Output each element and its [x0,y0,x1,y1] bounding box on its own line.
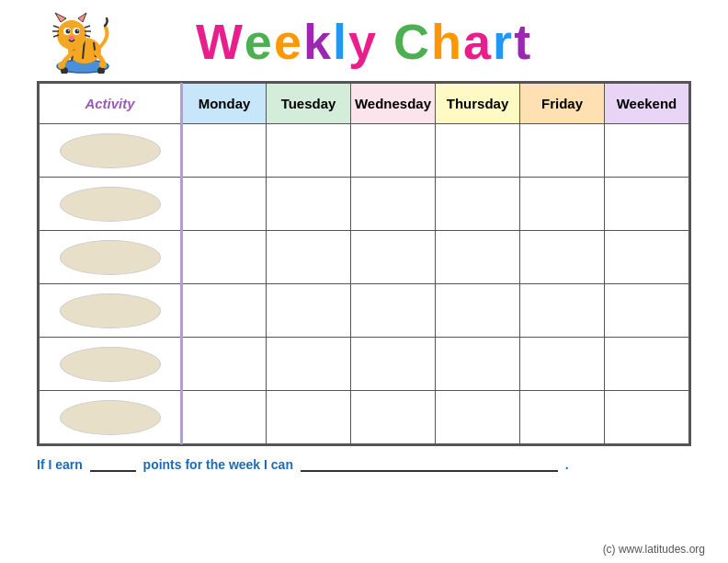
activity-cell-5 [40,338,182,391]
tuesday-cell-2 [267,178,351,231]
wednesday-cell-5 [351,338,436,391]
monday-cell-5 [182,338,267,391]
activity-cell-3 [40,231,182,284]
weekend-header: Weekend [605,84,689,124]
svg-line-15 [85,26,90,28]
tuesday-cell-4 [267,284,351,338]
monday-header: Monday [182,84,267,124]
activity-oval-3 [60,240,161,275]
footer-prefix: If I earn [37,457,83,472]
monday-cell-3 [182,231,267,284]
thursday-cell-5 [436,338,520,391]
table-row [40,338,689,391]
weekend-cell-4 [605,284,689,338]
tuesday-cell-6 [267,391,351,444]
tiger-mascot [37,9,119,74]
title-area: W e e k l y C h a r t [18,9,710,74]
weekend-cell-3 [605,231,689,284]
table-row [40,284,689,338]
monday-cell-6 [182,391,267,444]
thursday-cell-1 [436,124,520,178]
footer-period: . [565,457,569,472]
wednesday-cell-6 [351,391,436,444]
weekend-cell-2 [605,178,689,231]
thursday-cell-3 [436,231,520,284]
tuesday-header: Tuesday [267,84,351,124]
table-row [40,124,689,178]
friday-cell-5 [520,338,605,391]
svg-line-12 [53,26,59,28]
activity-column-header: Activity [40,84,182,124]
activity-oval-2 [60,187,161,222]
page-title: W e e k l y C h a r t [196,17,532,66]
friday-cell-1 [520,124,605,178]
monday-cell-1 [182,124,267,178]
monday-cell-2 [182,178,267,231]
thursday-cell-6 [436,391,520,444]
svg-point-23 [77,29,79,31]
svg-point-26 [99,61,107,68]
wednesday-cell-4 [351,284,436,338]
page: W e e k l y C h a r t Activity Monday Tu… [0,0,728,563]
footer-text: If I earn points for the week I can . [37,457,691,472]
monday-cell-4 [182,284,267,338]
activity-cell-1 [40,124,182,178]
weekend-cell-1 [605,124,689,178]
svg-point-22 [68,29,70,31]
footer-middle: points for the week I can [143,457,293,472]
wednesday-header: Wednesday [351,84,436,124]
tuesday-cell-5 [267,338,351,391]
table-row [40,231,689,284]
activity-cell-6 [40,391,182,444]
points-blank [90,470,136,472]
friday-cell-4 [520,284,605,338]
svg-point-7 [57,20,86,50]
friday-cell-6 [520,391,605,444]
svg-point-24 [69,36,74,40]
tuesday-cell-3 [267,231,351,284]
wednesday-cell-3 [351,231,436,284]
weekend-cell-5 [605,338,689,391]
thursday-cell-2 [436,178,520,231]
friday-cell-2 [520,178,605,231]
friday-cell-3 [520,231,605,284]
thursday-header: Thursday [436,84,520,124]
svg-point-25 [58,62,65,69]
activity-oval-5 [60,347,161,382]
reward-blank [301,470,558,472]
copyright-text: (c) www.latitudes.org [603,543,705,556]
weekend-cell-6 [605,391,689,444]
activity-cell-2 [40,178,182,231]
wednesday-cell-1 [351,124,436,178]
activity-cell-4 [40,284,182,338]
activity-oval-6 [60,400,161,435]
activity-oval-1 [60,133,161,168]
svg-point-20 [66,29,71,34]
tuesday-cell-1 [267,124,351,178]
weekly-chart-table: Activity Monday Tuesday Wednesday Thursd… [37,81,691,446]
table-row [40,178,689,231]
wednesday-cell-2 [351,178,436,231]
thursday-cell-4 [436,284,520,338]
svg-point-21 [75,29,80,34]
activity-oval-4 [60,293,161,328]
table-row [40,391,689,444]
friday-header: Friday [520,84,605,124]
